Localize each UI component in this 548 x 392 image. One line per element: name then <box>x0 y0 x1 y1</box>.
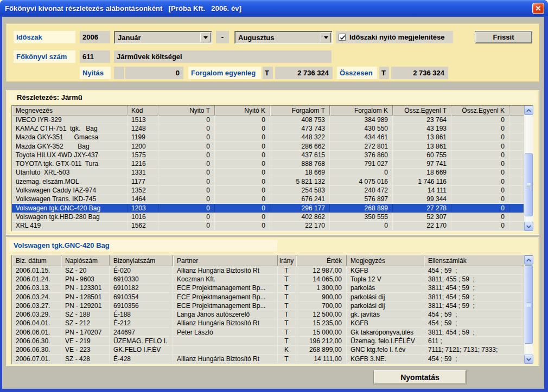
table-cell: 2006.01.15. <box>12 266 61 275</box>
detail-table-scrollbar[interactable] <box>524 106 533 231</box>
table-cell: 0 <box>158 151 215 159</box>
column-header[interactable]: Partner <box>173 255 278 266</box>
table-cell: VE - 219 <box>61 337 110 345</box>
table-row[interactable]: 2006.03.13.PN - 1233016910182ECE Projekt… <box>12 284 524 293</box>
column-header[interactable]: Nyito T <box>158 106 215 115</box>
forgalom-t-box: T <box>263 67 273 79</box>
table-cell: 2006.01.24. <box>12 275 61 284</box>
table-cell: 268 899,00 <box>296 346 347 355</box>
table-row[interactable]: Mazda GKY-352 Bag120000286 662272 80113 … <box>12 142 524 151</box>
table-cell: SZ - 20 <box>61 266 110 275</box>
table-row[interactable]: TOYOTA tgk. GTX-011 Tura121600888 768791… <box>12 159 524 168</box>
year-field[interactable]: 2006 <box>80 31 110 43</box>
scroll-down-button[interactable] <box>524 355 533 364</box>
column-header[interactable]: Forgalom T <box>270 106 330 115</box>
table-row[interactable]: 2006.07.01.SZ - 428É-428Allianz Hungária… <box>12 355 524 363</box>
opening-checkbox-label: Időszaki nyitó megjelenítése <box>349 33 445 41</box>
account-code-field[interactable]: 611 <box>80 50 110 63</box>
column-header[interactable]: Érték <box>296 255 347 266</box>
table-cell: 0 <box>451 151 509 159</box>
table-row[interactable]: Volswagen tgk.HBD-280 Bag101600402 86235… <box>12 213 524 221</box>
table-cell: 0 <box>215 204 270 213</box>
nyitas-label: Nyitás <box>80 67 111 79</box>
opening-checkbox[interactable] <box>339 34 346 41</box>
table-row[interactable]: 2006.06.30.VE - 223GK.FELO I.F.ÉVK268 89… <box>12 346 524 355</box>
table-cell <box>173 346 278 355</box>
transactions-table-scrollbar[interactable] <box>524 255 533 364</box>
table-row[interactable]: Volkswagen Caddy IAZ-974135200254 583240… <box>12 186 524 195</box>
table-row[interactable]: 2006.01.15.SZ - 20É-020Allianz Hungária … <box>12 266 524 275</box>
column-header[interactable]: Ellenszámlák <box>424 255 524 266</box>
table-cell: 254 583 <box>270 186 330 195</box>
scroll-thumb[interactable] <box>525 265 533 344</box>
scroll-up-button[interactable] <box>524 106 533 115</box>
refresh-button[interactable]: Frissít <box>475 31 532 43</box>
scroll-down-button[interactable] <box>524 222 533 231</box>
table-row[interactable]: 2006.04.01.SZ - 212É-212Allianz Hungária… <box>12 319 524 328</box>
table-cell: XRL 419 <box>12 222 128 230</box>
table-cell: 0 <box>215 133 270 142</box>
table-cell: 1016 <box>128 213 158 221</box>
table-row[interactable]: 2006.06.30.VE - 219ÜZEMAG. FELO I.T196 2… <box>12 337 524 345</box>
table-cell: 791 027 <box>330 159 393 168</box>
table-cell: parkolási dij <box>347 301 424 310</box>
detail-table: MegnevezésKódNyito TNyitó KForgalom TFor… <box>11 105 533 232</box>
column-header[interactable]: Megnevezés <box>12 106 128 115</box>
scroll-up-button[interactable] <box>524 255 533 265</box>
table-cell: 2006.07.01. <box>12 355 61 363</box>
table-cell: PN - 170207 <box>61 328 110 337</box>
table-row[interactable]: 2006.01.24.PN - 96036910330Koczman Kft.T… <box>12 275 524 284</box>
column-header[interactable]: Bizonylatszám <box>110 255 173 266</box>
table-cell: 350 555 <box>330 213 393 221</box>
table-row[interactable]: 2006.03.29.SZ - 188É-188Langa János autó… <box>12 310 524 319</box>
column-header[interactable]: Forgalom K <box>330 106 393 115</box>
column-header[interactable]: Össz.Egyenl K <box>451 106 509 115</box>
table-cell: 0 <box>451 124 509 133</box>
table-cell <box>173 337 278 345</box>
table-cell: É-020 <box>110 266 173 275</box>
table-cell: 0 <box>215 177 270 186</box>
table-cell: ECE Projektmanagement Bp... <box>173 284 278 293</box>
table-row[interactable]: Volswagen tgk.GNC-420 Bag120300296 17726… <box>12 204 524 213</box>
range-dash: - <box>216 31 229 43</box>
table-cell: 1575 <box>128 151 158 159</box>
table-row[interactable]: XRL 41915620022 170022 1700 <box>12 222 524 230</box>
table-row[interactable]: 2006.03.24.PN - 1285016910354ECE Projekt… <box>12 293 524 301</box>
column-header[interactable]: Naplószám <box>61 255 110 266</box>
table-cell: 6910330 <box>110 275 173 284</box>
column-header[interactable]: Nyitó K <box>215 106 270 115</box>
column-header[interactable]: Kód <box>128 106 158 115</box>
table-cell: T <box>278 310 296 319</box>
table-row[interactable]: Mazda GKY-351 Gmacsa119900448 322434 461… <box>12 133 524 142</box>
table-row[interactable]: 2006.03.27.PN - 1292016910356ECE Projekt… <box>12 301 524 310</box>
table-header-row: MegnevezésKódNyito TNyitó KForgalom TFor… <box>12 106 524 115</box>
table-cell: K <box>278 346 296 355</box>
print-button[interactable]: Nyomtatás <box>373 370 467 384</box>
table-cell: 1331 <box>128 169 158 177</box>
table-cell: 1562 <box>128 222 158 230</box>
month-to-select[interactable]: Augusztus <box>234 31 333 44</box>
scroll-thumb[interactable] <box>525 153 533 216</box>
table-row[interactable]: Volkswagen Trans. IKD-745146400676 24157… <box>12 195 524 204</box>
table-row[interactable]: 2006.06.01.PN - 170207244697Péter László… <box>12 328 524 337</box>
table-row[interactable]: Utanfuto XRL-50313310018 669018 6690 <box>12 169 524 177</box>
table-cell: 1203 <box>128 204 158 213</box>
table-row[interactable]: üzemag. elszám.MOL1177005 821 1324 075 0… <box>12 177 524 186</box>
month-from-dropdown-icon[interactable] <box>200 33 211 42</box>
column-header[interactable]: Biz. dátum <box>12 255 61 266</box>
table-cell: 22 170 <box>270 222 330 230</box>
table-cell: 23 764 <box>393 115 451 124</box>
month-to-dropdown-icon[interactable] <box>321 33 331 42</box>
column-header[interactable]: Össz.Egyenl T <box>393 106 451 115</box>
table-row[interactable]: IVECO IYR-329151300408 753384 98923 7640 <box>12 115 524 124</box>
table-cell: 0 <box>158 115 215 124</box>
table-row[interactable]: KAMAZ CTH-751 tgk. Bag124800473 743430 5… <box>12 124 524 133</box>
column-header[interactable] <box>509 106 524 115</box>
column-header[interactable]: Megjegyzés <box>347 255 424 266</box>
column-header[interactable]: Irány <box>278 255 296 266</box>
month-from-select[interactable]: Január <box>114 31 212 44</box>
table-row[interactable]: Toyota HILUX 4WD JXY-437157500437 615376… <box>12 151 524 159</box>
close-button[interactable]: ✕ <box>532 3 544 14</box>
table-cell: 0 <box>158 204 215 213</box>
opening-checkbox-row[interactable]: Időszaki nyitó megjelenítése <box>336 31 453 43</box>
